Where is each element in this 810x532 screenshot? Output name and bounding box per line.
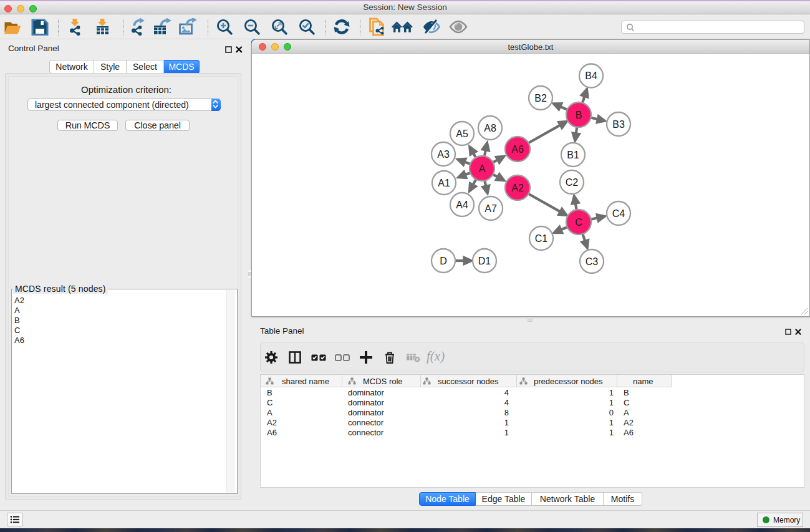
svg-text:A5: A5 bbox=[456, 128, 468, 139]
svg-text:B4: B4 bbox=[585, 70, 597, 81]
svg-text:A7: A7 bbox=[485, 203, 497, 214]
svg-text:A1: A1 bbox=[438, 178, 450, 188]
svg-text:B2: B2 bbox=[534, 93, 547, 104]
svg-text:B1: B1 bbox=[567, 150, 579, 160]
svg-text:A3: A3 bbox=[437, 149, 450, 160]
svg-text:C4: C4 bbox=[612, 208, 625, 219]
svg-text:A4: A4 bbox=[456, 200, 468, 210]
svg-text:D1: D1 bbox=[478, 256, 491, 266]
svg-text:D: D bbox=[440, 256, 447, 266]
svg-text:A2: A2 bbox=[511, 183, 524, 193]
svg-text:C1: C1 bbox=[535, 233, 548, 244]
svg-text:C2: C2 bbox=[566, 177, 579, 188]
svg-text:C3: C3 bbox=[586, 256, 599, 267]
svg-text:C: C bbox=[575, 217, 582, 228]
svg-text:A6: A6 bbox=[511, 144, 524, 155]
svg-text:A: A bbox=[479, 163, 486, 174]
svg-text:B: B bbox=[576, 110, 582, 120]
svg-text:A8: A8 bbox=[484, 123, 496, 133]
svg-text:B3: B3 bbox=[612, 119, 625, 130]
